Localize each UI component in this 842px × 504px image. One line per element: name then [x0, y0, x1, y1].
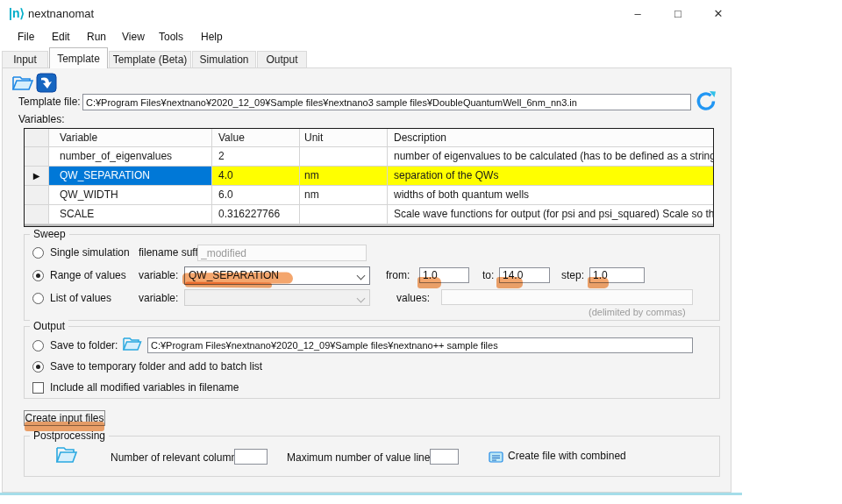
- tab-template-beta[interactable]: Template (Beta): [109, 51, 191, 68]
- list-of-values-label: List of values: [50, 292, 111, 304]
- window-title: nextnanomat: [28, 7, 94, 20]
- max-value-lines-input[interactable]: [430, 449, 459, 465]
- menu-tools[interactable]: Tools: [155, 29, 187, 45]
- create-combined-file-label: Create file with combined: [508, 450, 626, 462]
- list-variable-combobox[interactable]: [184, 289, 370, 306]
- single-simulation-radio[interactable]: [32, 247, 44, 259]
- range-variable-label: variable:: [139, 269, 178, 281]
- range-variable-combobox[interactable]: QW_SEPARATION: [184, 266, 370, 285]
- list-of-values-radio[interactable]: [32, 293, 44, 304]
- load-template-icon[interactable]: [36, 73, 57, 93]
- row-selector-arrow: ▶: [25, 167, 49, 186]
- range-of-values-label: Range of values: [50, 269, 126, 281]
- save-temp-radio[interactable]: [32, 361, 44, 373]
- chevron-down-icon: [357, 272, 366, 280]
- postprocessing-group: Postprocessing Number of relevant column…: [24, 436, 720, 477]
- to-label: to:: [482, 269, 494, 281]
- from-input[interactable]: [419, 267, 469, 283]
- postprocessing-folder-icon[interactable]: [54, 444, 78, 465]
- save-folder-path-input[interactable]: [147, 337, 693, 353]
- menu-run[interactable]: Run: [83, 29, 110, 45]
- open-template-icon[interactable]: [11, 74, 34, 92]
- menu-file[interactable]: File: [14, 29, 38, 45]
- template-tab-page: Template file: Variables: Variable Value…: [2, 67, 731, 493]
- table-row[interactable]: QW_WIDTH 6.0 nm widths of both quantum w…: [25, 186, 713, 205]
- sweep-group-title: Sweep: [30, 228, 69, 240]
- include-variables-checkbox[interactable]: [32, 382, 44, 394]
- relevant-column-label: Number of relevant column:: [111, 451, 239, 464]
- values-input[interactable]: [441, 289, 693, 305]
- max-value-lines-label: Maximum number of value lines:: [287, 451, 439, 464]
- save-to-folder-radio[interactable]: [32, 340, 44, 351]
- col-header-description[interactable]: Description: [388, 129, 713, 147]
- include-variables-label: Include all modified variables in filena…: [50, 381, 239, 394]
- app-logo: |n⟩: [9, 6, 25, 20]
- create-input-files-button[interactable]: Create input files: [24, 410, 105, 426]
- template-file-input[interactable]: [82, 94, 691, 110]
- step-label: step:: [561, 269, 584, 281]
- values-label: values:: [396, 292, 430, 304]
- col-header-variable[interactable]: Variable: [49, 129, 212, 147]
- save-to-folder-label: Save to folder:: [50, 339, 118, 351]
- menu-help[interactable]: Help: [197, 29, 226, 45]
- values-hint: (delimited by commas): [589, 307, 686, 317]
- maximize-button[interactable]: □: [664, 4, 692, 24]
- list-variable-label: variable:: [139, 292, 178, 304]
- col-header-unit[interactable]: Unit: [300, 129, 388, 147]
- minimize-button[interactable]: –: [624, 4, 652, 24]
- output-group-title: Output: [30, 320, 68, 332]
- col-header-value[interactable]: Value: [212, 129, 300, 147]
- filename-suffix-input[interactable]: [197, 245, 367, 261]
- tab-output[interactable]: Output: [257, 51, 307, 68]
- from-label: from:: [386, 269, 410, 281]
- single-simulation-label: Single simulation: [50, 246, 130, 259]
- tab-simulation[interactable]: Simulation: [192, 51, 256, 68]
- postprocessing-group-title: Postprocessing: [30, 429, 109, 442]
- chevron-down-icon: [357, 295, 366, 303]
- range-of-values-radio[interactable]: [32, 270, 44, 281]
- table-row[interactable]: SCALE 0.316227766 Scale wave functions f…: [25, 205, 713, 224]
- variables-label: Variables:: [18, 113, 64, 125]
- app-window: |n⟩ nextnanomat – □ ✕ File Edit Run View…: [0, 0, 842, 504]
- menu-view[interactable]: View: [118, 29, 148, 45]
- tab-template[interactable]: Template: [49, 47, 108, 68]
- browse-folder-icon[interactable]: [122, 336, 142, 352]
- menu-edit[interactable]: Edit: [48, 29, 74, 45]
- window-bottom-edge: [0, 493, 742, 495]
- step-input[interactable]: [589, 267, 645, 283]
- create-combined-file-icon[interactable]: [489, 451, 503, 464]
- save-temp-label: Save to temporary folder and add to batc…: [50, 360, 262, 373]
- to-input[interactable]: [499, 267, 550, 283]
- variables-table: Variable Value Unit Description number_o…: [24, 128, 714, 227]
- table-row-selected[interactable]: ▶ QW_SEPARATION 4.0 nm separation of the…: [25, 167, 713, 186]
- relevant-column-input[interactable]: [234, 449, 268, 465]
- sweep-group: Sweep Single simulation filename suffix:…: [24, 234, 720, 321]
- close-button[interactable]: ✕: [704, 4, 732, 24]
- output-group: Output Save to folder: Save to temporary…: [24, 326, 720, 399]
- refresh-icon[interactable]: [695, 89, 717, 113]
- table-row[interactable]: number_of_eigenvalues 2 number of eigenv…: [25, 147, 713, 167]
- tab-input[interactable]: Input: [2, 51, 48, 68]
- table-header-row: Variable Value Unit Description: [25, 129, 713, 147]
- template-file-label: Template file:: [18, 96, 81, 108]
